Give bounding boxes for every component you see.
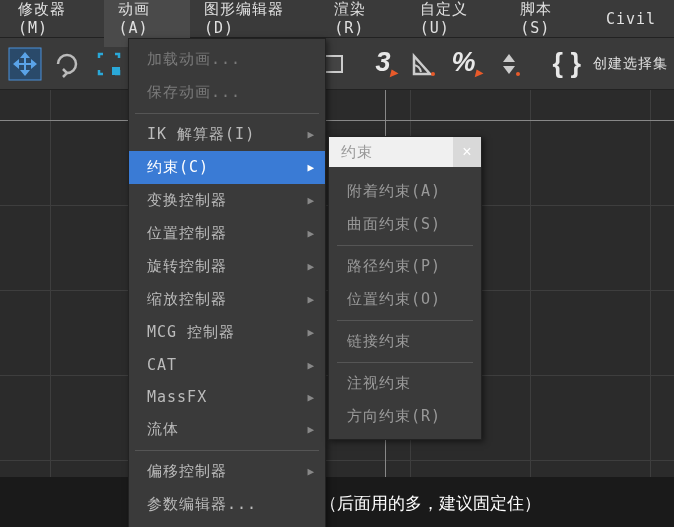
constraints-submenu: 约束 × 附着约束(A) 曲面约束(S) 路径约束(P) 位置约束(O) 链接约… (328, 136, 482, 440)
named-sets-icon[interactable]: { } (548, 48, 585, 79)
tutorial-caption: 咋们把约束面板先调出来（后面用的多，建议固定住） (0, 492, 674, 515)
svg-point-5 (431, 72, 435, 76)
dd-save-animation[interactable]: 保存动画... (129, 76, 325, 109)
dd-offset-controllers[interactable]: 偏移控制器▶ (129, 455, 325, 488)
submenu-title: 约束 (341, 143, 373, 162)
menu-civil[interactable]: Civil (592, 0, 670, 38)
submenu-arrow-icon: ▶ (307, 465, 315, 478)
submenu-arrow-icon: ▶ (307, 326, 315, 339)
dd-cat[interactable]: CAT▶ (129, 349, 325, 381)
dd-load-animation[interactable]: 加载动画... (129, 43, 325, 76)
sm-separator (337, 245, 473, 246)
selection-set-label[interactable]: 创建选择集 (593, 55, 668, 73)
spinner-snap-icon[interactable] (490, 45, 528, 83)
close-icon[interactable]: × (453, 137, 481, 167)
dd-ik-solvers[interactable]: IK 解算器(I)▶ (129, 118, 325, 151)
submenu-arrow-icon: ▶ (307, 260, 315, 273)
svg-point-6 (516, 72, 520, 76)
submenu-arrow-icon: ▶ (307, 423, 315, 436)
dd-parameter-editor[interactable]: 参数编辑器... (129, 488, 325, 521)
viewport-horizon (0, 120, 674, 121)
submenu-arrow-icon: ▶ (307, 194, 315, 207)
sm-link-constraint[interactable]: 链接约束 (329, 325, 481, 358)
dd-parameter-collector[interactable]: 参数收集器... (129, 521, 325, 527)
dd-rotation-controllers[interactable]: 旋转控制器▶ (129, 250, 325, 283)
submenu-arrow-icon: ▶ (307, 293, 315, 306)
animation-dropdown: 加载动画... 保存动画... IK 解算器(I)▶ 约束(C)▶ 变换控制器▶… (128, 38, 326, 527)
menu-rendering[interactable]: 渲染(R) (320, 0, 406, 47)
submenu-arrow-icon: ▶ (307, 128, 315, 141)
snap-3-icon[interactable]: 3▸ (371, 47, 401, 80)
submenu-arrow-icon: ▶ (307, 161, 315, 174)
dd-constraints[interactable]: 约束(C)▶ (129, 151, 325, 184)
sm-surface-constraint[interactable]: 曲面约束(S) (329, 208, 481, 241)
dd-separator (135, 113, 319, 114)
sm-lookat-constraint[interactable]: 注视约束 (329, 367, 481, 400)
dd-separator (135, 450, 319, 451)
submenu-header: 约束 × (329, 137, 481, 167)
menu-customize[interactable]: 自定义(U) (406, 0, 506, 47)
sm-orientation-constraint[interactable]: 方向约束(R) (329, 400, 481, 433)
move-icon[interactable] (6, 45, 44, 83)
sm-path-constraint[interactable]: 路径约束(P) (329, 250, 481, 283)
menu-bar: 修改器(M) 动画(A) 图形编辑器(D) 渲染(R) 自定义(U) 脚本(S)… (0, 0, 674, 38)
angle-snap-icon[interactable] (405, 45, 443, 83)
svg-rect-1 (112, 67, 120, 75)
dd-transform-controllers[interactable]: 变换控制器▶ (129, 184, 325, 217)
dd-fluids[interactable]: 流体▶ (129, 413, 325, 446)
sm-position-constraint[interactable]: 位置约束(O) (329, 283, 481, 316)
sm-separator (337, 362, 473, 363)
dd-scale-controllers[interactable]: 缩放控制器▶ (129, 283, 325, 316)
submenu-arrow-icon: ▶ (307, 227, 315, 240)
percent-snap-icon[interactable]: %▸ (447, 47, 486, 80)
dd-position-controllers[interactable]: 位置控制器▶ (129, 217, 325, 250)
submenu-arrow-icon: ▶ (307, 391, 315, 404)
sm-attachment-constraint[interactable]: 附着约束(A) (329, 175, 481, 208)
rotate-icon[interactable] (48, 45, 86, 83)
selection-bracket-icon[interactable] (90, 45, 128, 83)
dd-massfx[interactable]: MassFX▶ (129, 381, 325, 413)
menu-scripting[interactable]: 脚本(S) (506, 0, 592, 47)
submenu-arrow-icon: ▶ (307, 359, 315, 372)
sm-separator (337, 320, 473, 321)
dd-mcg-controllers[interactable]: MCG 控制器▶ (129, 316, 325, 349)
menu-modifiers[interactable]: 修改器(M) (4, 0, 104, 47)
